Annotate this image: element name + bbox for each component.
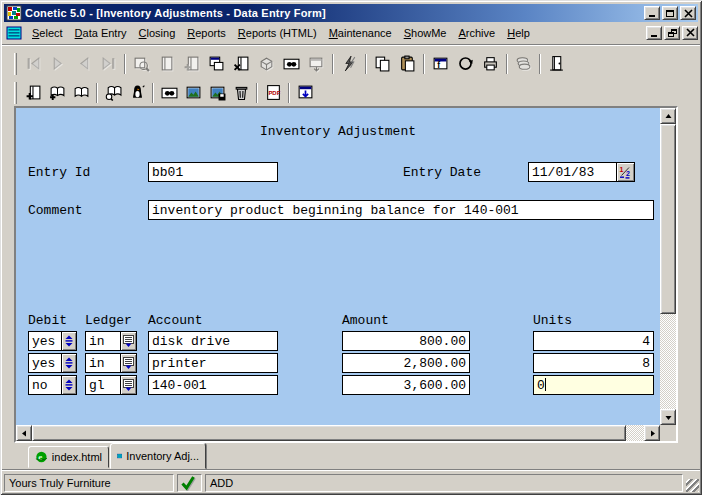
arrow-down-icon [665, 414, 672, 421]
open-book-find-button[interactable] [101, 81, 125, 104]
vertical-scrollbar [660, 108, 676, 425]
mdi-close-button[interactable] [682, 26, 698, 40]
arrow-left-icon [21, 430, 28, 437]
menu-item-data-entry[interactable]: Data Entry [69, 25, 133, 41]
debit-spinner-button[interactable] [61, 375, 77, 395]
account-cell[interactable]: 140-001 [148, 375, 278, 395]
image-save-button[interactable] [205, 81, 229, 104]
menu-item-select[interactable]: Select [26, 25, 69, 41]
units-cell[interactable]: 8 [533, 353, 654, 373]
amount-cell[interactable]: 3,600.00 [342, 375, 470, 395]
image-button[interactable] [181, 81, 205, 104]
scroll-down-button[interactable] [660, 409, 676, 425]
form-download-icon [297, 84, 314, 101]
maximize-button[interactable] [662, 6, 678, 20]
open-book-add-button[interactable] [45, 81, 69, 104]
debit-cell[interactable]: yes [28, 353, 62, 373]
column-header-units: Units [533, 313, 572, 328]
open-book-button[interactable] [69, 81, 93, 104]
paste-button[interactable] [395, 51, 420, 76]
amount-cell[interactable]: 2,800.00 [342, 353, 470, 373]
mdi-minimize-button[interactable] [646, 26, 662, 40]
menu-label: losing [147, 27, 176, 39]
ledger-cell[interactable]: in [85, 353, 121, 373]
mdi-child-icon[interactable] [6, 25, 22, 41]
entry-date-field[interactable] [528, 162, 617, 182]
pdf-button[interactable]: PDF [261, 81, 285, 104]
menu-item-help[interactable]: Help [501, 25, 536, 41]
find-record-button[interactable] [279, 51, 304, 76]
menu-item-closing[interactable]: Closing [133, 25, 182, 41]
menu-hotkey: D [75, 27, 83, 39]
resize-grip[interactable] [686, 479, 699, 492]
refresh-clock-button[interactable] [453, 51, 478, 76]
toolbar-main: f [4, 49, 569, 78]
menu-item-reports-html[interactable]: Reports (HTML) [232, 25, 323, 41]
book-new-icon [25, 84, 42, 101]
ledger-dropdown-button[interactable] [120, 331, 137, 351]
debit-cell[interactable]: yes [28, 331, 62, 351]
menu-item-reports[interactable]: Reports [181, 25, 232, 41]
query-form-icon [133, 55, 150, 72]
copy-button[interactable] [370, 51, 395, 76]
toolbar-grip[interactable] [14, 53, 17, 75]
comment-field[interactable] [148, 200, 654, 220]
menu-item-archive[interactable]: Archive [452, 25, 501, 41]
book-delete-icon [233, 55, 250, 72]
mdi-restore-button[interactable] [664, 26, 680, 40]
units-cell-focused[interactable]: 0 [533, 375, 654, 395]
toolbar-separator [365, 54, 367, 74]
vertical-scrollbar-thumb[interactable] [660, 124, 676, 314]
account-cell[interactable]: disk drive [148, 331, 278, 351]
application-window: Conetic 5.0 - [Inventory Adjustments - D… [0, 0, 702, 495]
tab-inventory-adjustments[interactable]: Inventory Adj... [110, 443, 206, 469]
stack-button [511, 51, 536, 76]
units-cell[interactable]: 4 [533, 331, 654, 351]
account-cell[interactable]: printer [148, 353, 278, 373]
ledger-cell[interactable]: gl [85, 375, 121, 395]
menu-label: eports (HTML) [246, 27, 317, 39]
toolbar-separator [506, 54, 508, 74]
find-binoculars-button[interactable] [157, 81, 181, 104]
minimize-button[interactable] [644, 6, 660, 20]
form-properties-button[interactable]: f [428, 51, 453, 76]
book-new-button[interactable] [21, 81, 45, 104]
cube-icon [258, 55, 275, 72]
date-picker-button[interactable]: 1 2 [616, 162, 635, 182]
trash-button[interactable] [229, 81, 253, 104]
duplicate-form-button[interactable] [204, 51, 229, 76]
nav-last-icon [100, 55, 117, 72]
stack-icon [515, 55, 532, 72]
column-header-debit: Debit [28, 313, 67, 328]
close-button[interactable] [680, 6, 696, 20]
form-download-button[interactable] [293, 81, 317, 104]
ledger-cell[interactable]: in [85, 331, 121, 351]
debit-spinner-button[interactable] [61, 353, 77, 373]
scroll-up-button[interactable] [660, 108, 676, 124]
toolbar-grip[interactable] [14, 82, 17, 104]
book-add-icon [183, 55, 200, 72]
exit-door-button[interactable] [544, 51, 569, 76]
debit-cell[interactable]: no [28, 375, 62, 395]
menu-hotkey: A [458, 27, 465, 39]
lightning-button[interactable] [337, 51, 362, 76]
amount-cell[interactable]: 800.00 [342, 331, 470, 351]
horizontal-scrollbar-thumb[interactable] [32, 425, 626, 441]
tab-index-html[interactable]: e index.html [28, 446, 109, 468]
debit-spinner-button[interactable] [61, 331, 77, 351]
ledger-dropdown-button[interactable] [120, 353, 137, 373]
print-button[interactable] [478, 51, 503, 76]
penguin-button[interactable] [125, 81, 149, 104]
book-delete-button[interactable] [229, 51, 254, 76]
scroll-right-button[interactable] [644, 425, 660, 441]
refresh-clock-icon [457, 55, 474, 72]
spinner-updown-icon [64, 379, 74, 391]
title-bar: Conetic 5.0 - [Inventory Adjustments - D… [4, 4, 698, 22]
query-form-button [129, 51, 154, 76]
entry-id-field[interactable] [148, 162, 278, 182]
menu-item-showme[interactable]: ShowMe [398, 25, 453, 41]
ledger-dropdown-button[interactable] [120, 375, 137, 395]
menu-item-maintenance[interactable]: Maintenance [323, 25, 398, 41]
form-pointer-icon [308, 55, 325, 72]
scroll-left-button[interactable] [16, 425, 32, 441]
